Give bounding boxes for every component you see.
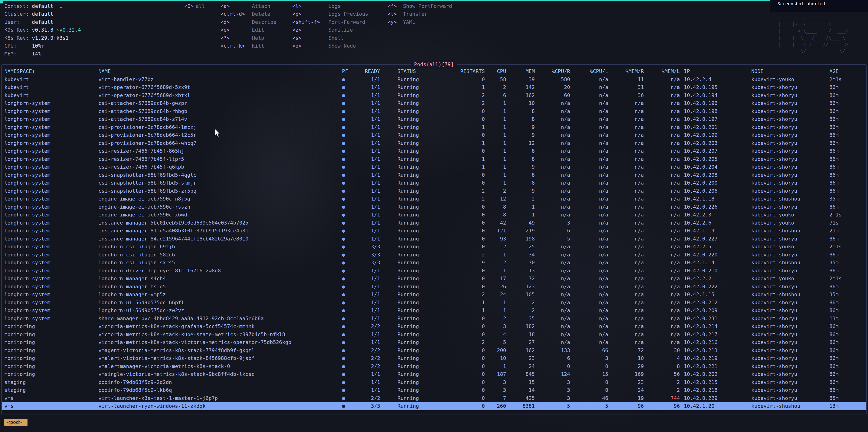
column-header-mem[interactable]: MEM [506, 67, 535, 75]
pod-cell: 86m [829, 354, 864, 362]
column-header-status[interactable]: STATUS [380, 67, 460, 75]
pod-row[interactable]: longhorn-systemengine-image-ei-acb7590c-… [2, 211, 866, 219]
column-header-cpu[interactable]: CPU [485, 67, 506, 75]
hotkey-item[interactable]: <ctrl-d>Delete [220, 10, 276, 18]
pod-row[interactable]: kubevirtvirt-operator-6776f5689d-xbtxl●1… [2, 92, 866, 100]
hotkey-item[interactable]: <t>Transfer [388, 10, 452, 18]
hotkey-item[interactable]: <f>Show PortForward [388, 2, 452, 10]
pod-row[interactable]: longhorn-systemengine-image-ei-acb7590c-… [2, 203, 866, 211]
pod-row[interactable]: longhorn-systemcsi-resizer-7466f7b45f-lt… [2, 155, 866, 163]
pod-row[interactable]: longhorn-systemcsi-provisioner-6c78dcb66… [2, 123, 866, 131]
pod-row[interactable]: longhorn-systemcsi-snapshotter-58bf69fbd… [2, 179, 866, 187]
hotkey-item[interactable]: <l>Logs [292, 2, 368, 10]
column-header--cpu-l[interactable]: %CPU/L [570, 67, 608, 75]
pod-row[interactable]: longhorn-systemcsi-provisioner-6c78dcb66… [2, 131, 866, 139]
pod-row[interactable]: monitoringvictoria-metrics-k8s-stack-kub… [2, 331, 866, 339]
pod-row[interactable]: monitoringvictoria-metrics-k8s-stack-gra… [2, 323, 866, 331]
pod-cell: 1/1 [350, 386, 380, 394]
column-header-ip[interactable]: IP [680, 67, 751, 75]
pod-cell: kubevirt-shushou [751, 195, 829, 203]
pod-cell: 1/1 [350, 131, 380, 139]
pod-row[interactable]: stagingpodinfo-79db68f5c9-2d2dn●1/1Runni… [2, 378, 866, 387]
hotkey-item[interactable]: <a>Attach [220, 2, 276, 10]
pod-row[interactable]: longhorn-systemengine-image-ei-acb7590c-… [2, 195, 866, 203]
pod-cell: 20 [535, 84, 570, 92]
pod-cell: 9 [506, 123, 535, 131]
pod-cell: 8 [506, 107, 535, 115]
pod-row[interactable]: longhorn-systemlonghorn-csi-plugin-sxr45… [2, 259, 866, 267]
pod-cell: 29 [608, 362, 644, 370]
pod-cell: 18 [506, 331, 535, 339]
pod-cell: longhorn-system [4, 227, 98, 235]
pod-cell: 121 [485, 227, 506, 235]
pod-row[interactable]: longhorn-systemcsi-provisioner-6c78dcb66… [2, 139, 866, 147]
hotkey-item[interactable]: <o>Show Node [292, 42, 368, 50]
column-header-namespace-[interactable]: NAMESPACE↑ [4, 67, 98, 75]
pod-row[interactable]: longhorn-systemcsi-snapshotter-58bf69fbd… [2, 187, 866, 195]
pod-cell: 17 [485, 275, 506, 283]
pod-row[interactable]: monitoringvmsingle-victoria-metrics-k8s-… [2, 370, 866, 378]
hotkey-item[interactable]: <y>YAML [388, 18, 452, 26]
hotkey-item[interactable]: <ctrl-k>Kill [220, 42, 276, 50]
pod-row[interactable]: longhorn-systemcsi-resizer-7466f7b45f-86… [2, 147, 866, 155]
pf-dot-icon: ● [342, 235, 350, 243]
notification-message: Screenshot aborted. [770, 0, 868, 12]
pod-row[interactable]: longhorn-systemcsi-resizer-7466f7b45f-q6… [2, 163, 866, 171]
hotkey-label: Transfer [403, 10, 428, 18]
pod-row[interactable]: longhorn-systeminstance-manager-84ae2159… [2, 235, 866, 243]
pod-row-selected[interactable]: vmsvirt-launcher-ryan-windows-11-zkdqk●3… [2, 402, 866, 410]
hotkey-item[interactable]: <0>all [184, 2, 205, 10]
pod-row[interactable]: longhorn-systemlonghorn-manager-s4ch4●1/… [2, 275, 866, 283]
pod-row[interactable]: longhorn-systemlonghorn-ui-56d9b575dc-66… [2, 299, 866, 307]
pod-row[interactable]: stagingpodinfo-79db68f5c9-lkb6q●1/1Runni… [2, 386, 866, 394]
column-header-age[interactable]: AGE [829, 67, 864, 75]
hotkey-item[interactable]: <e>Edit [220, 26, 276, 34]
column-header-restarts[interactable]: RESTARTS [460, 67, 485, 75]
pod-row[interactable]: longhorn-systeminstance-manager-81fd5a40… [2, 227, 866, 235]
pod-row[interactable]: longhorn-systemlonghorn-csi-plugin-69tjb… [2, 243, 866, 251]
pod-cell: 0 [460, 331, 485, 339]
pod-row[interactable]: longhorn-systemcsi-attacher-57689cc84b-r… [2, 107, 866, 115]
hotkey-item[interactable]: <p>Logs Previous [292, 10, 368, 18]
pod-row[interactable]: longhorn-systemlonghorn-driver-deployer-… [2, 267, 866, 275]
column-header-pf[interactable]: PF [342, 67, 350, 75]
hotkey-item[interactable]: <?>Help [220, 34, 276, 42]
pod-row[interactable]: monitoringvmagent-victoria-metrics-k8s-s… [2, 346, 866, 355]
pod-cell: 10.42.0.229 [680, 394, 751, 402]
pod-row[interactable]: vmsvirt-launcher-k3s-test-1-master-1-j6p… [2, 394, 866, 402]
pod-row[interactable]: monitoringvmalert-victoria-metrics-k8s-s… [2, 354, 866, 362]
pod-row[interactable]: longhorn-systemcsi-snapshotter-58bf69fbd… [2, 171, 866, 179]
pod-row[interactable]: longhorn-systemlonghorn-manager-vmp5z●1/… [2, 291, 866, 299]
pod-cell: 1/1 [350, 331, 380, 339]
column-header-ready[interactable]: READY [350, 67, 380, 75]
pod-cell: 58 [485, 75, 506, 84]
column-header--mem-r[interactable]: %MEM/R [608, 67, 644, 75]
pod-cell: Running [380, 386, 460, 394]
hotkey-item[interactable]: <shift-f>Port-Forward [292, 18, 368, 26]
pod-row[interactable]: monitoringvmalertmanager-victoria-metric… [2, 362, 866, 370]
pod-row[interactable]: longhorn-systeminstance-manager-5bc01eeb… [2, 219, 866, 227]
pod-row[interactable]: longhorn-systemlonghorn-manager-tsld5●1/… [2, 283, 866, 291]
pod-cell: podinfo-79db68f5c9-2d2dn [98, 378, 342, 387]
pod-row[interactable]: monitoringvictoria-metrics-k8s-stack-vic… [2, 338, 866, 346]
pod-row[interactable]: longhorn-systemcsi-attacher-57689cc84b-g… [2, 99, 866, 107]
pod-row[interactable]: longhorn-systemlonghorn-ui-56d9b575dc-zw… [2, 306, 866, 314]
hotkey-item[interactable]: <z>Sanitize [292, 26, 368, 34]
pod-row[interactable]: longhorn-systemlonghorn-csi-plugin-582c6… [2, 251, 866, 259]
pod-row[interactable]: kubevirtvirt-operator-6776f5689d-5zx9t●1… [2, 84, 866, 92]
pod-cell: 8 [485, 211, 506, 219]
breadcrumb-pod[interactable]: <pod> [4, 419, 28, 426]
pf-dot-icon: ● [342, 243, 350, 251]
column-header--cpu-r[interactable]: %CPU/R [535, 67, 570, 75]
pod-row[interactable]: longhorn-systemcsi-attacher-57689cc84b-z… [2, 115, 866, 123]
hotkey-key: <e> [220, 26, 252, 34]
hotkey-item[interactable]: <d>Describe [220, 18, 276, 26]
column-header--mem-l[interactable]: %MEM/L [644, 67, 680, 75]
column-header-node[interactable]: NODE [751, 67, 829, 75]
pod-cell: 12 [485, 195, 506, 203]
pod-cell: n/a [570, 99, 608, 107]
pod-row[interactable]: longhorn-systemshare-manager-pvc-4bbd842… [2, 314, 866, 323]
column-header-name[interactable]: NAME [98, 67, 342, 75]
hotkey-item[interactable]: <s>Shell [292, 34, 368, 42]
pod-row[interactable]: kubevirtvirt-handler-v77bz●1/1Running058… [2, 75, 866, 84]
